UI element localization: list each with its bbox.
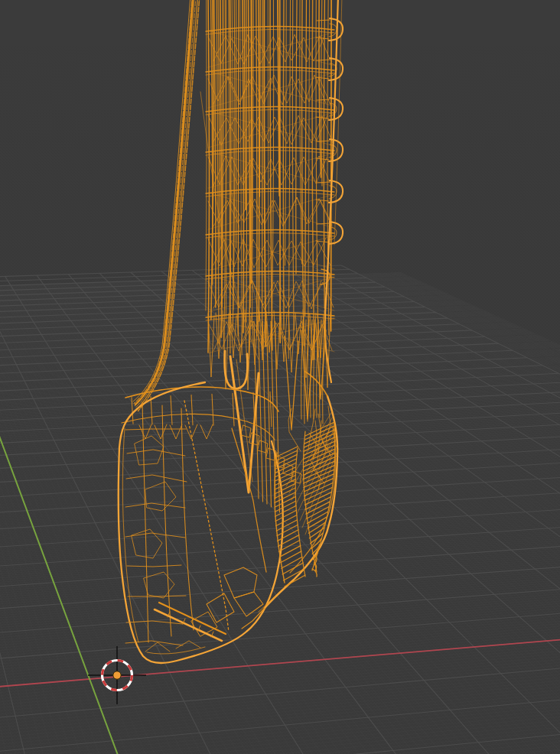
cursor-center-dot — [113, 671, 121, 679]
blender-3d-viewport[interactable] — [0, 0, 560, 754]
viewport-canvas[interactable] — [0, 0, 560, 754]
